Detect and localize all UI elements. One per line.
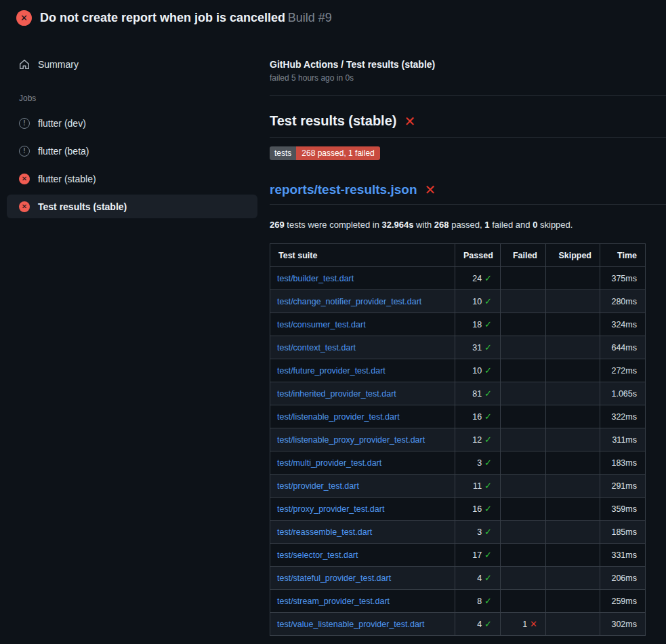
cell-failed: [501, 590, 546, 613]
tests-badge: tests 268 passed, 1 failed: [270, 146, 380, 160]
cell-test-suite: test/selector_test.dart: [270, 544, 455, 567]
test-suite-link[interactable]: test/consumer_test.dart: [277, 320, 366, 329]
cell-skipped: [546, 521, 600, 544]
test-suite-link[interactable]: test/context_test.dart: [277, 343, 356, 353]
summary-part: with: [414, 220, 434, 230]
cell-time: 185ms: [600, 521, 646, 544]
test-suite-link[interactable]: test/listenable_provider_test.dart: [277, 412, 400, 422]
cell-passed: 3✓: [455, 451, 501, 475]
cell-skipped: [546, 359, 600, 382]
test-suite-link[interactable]: test/multi_provider_test.dart: [277, 458, 381, 468]
cell-skipped: [546, 405, 600, 428]
check-icon: ✓: [484, 388, 492, 399]
check-icon: ✓: [484, 319, 492, 329]
test-suite-link[interactable]: test/change_notifier_provider_test.dart: [277, 297, 421, 306]
tests-badge-label: tests: [270, 146, 296, 160]
cell-skipped: [546, 475, 600, 498]
failed-x-icon: ✕: [425, 183, 436, 197]
cell-failed: [501, 267, 546, 290]
test-suite-link[interactable]: test/builder_test.dart: [277, 274, 354, 283]
cell-test-suite: test/multi_provider_test.dart: [270, 451, 455, 475]
cross-icon: ✕: [530, 619, 537, 629]
cell-skipped: [546, 498, 600, 521]
sidebar-summary-label: Summary: [38, 59, 79, 70]
check-icon: ✓: [484, 458, 492, 468]
cell-failed: [501, 405, 546, 428]
cell-failed: [501, 382, 546, 405]
cell-test-suite: test/future_provider_test.dart: [270, 359, 455, 382]
breadcrumb: GitHub Actions / Test results (stable): [270, 59, 666, 70]
cell-time: 1.065s: [600, 382, 646, 405]
table-row: test/value_listenable_provider_test.dart…: [270, 613, 646, 636]
cell-time: 324ms: [600, 313, 646, 336]
cell-passed: 12✓: [455, 428, 501, 451]
cell-skipped: [546, 567, 600, 590]
run-title: Do not create report when job is cancell…: [40, 11, 285, 24]
check-icon: ✓: [484, 573, 492, 583]
warning-circle-icon: !: [19, 146, 30, 157]
test-suite-link[interactable]: test/provider_test.dart: [277, 481, 359, 491]
summary-part: tests were completed in: [285, 220, 382, 230]
table-row: test/consumer_test.dart18✓324ms: [270, 313, 646, 336]
check-icon: ✓: [484, 504, 492, 514]
sidebar-job-flutter-stable-[interactable]: ✕flutter (stable): [7, 167, 257, 190]
sidebar-jobs-list: !flutter (dev)!flutter (beta)✕flutter (s…: [0, 111, 264, 218]
cell-passed: 4✓: [455, 613, 501, 636]
report-file-link[interactable]: reports/test-results.json: [270, 182, 417, 197]
table-row: test/multi_provider_test.dart3✓183ms: [270, 451, 646, 475]
test-suite-link[interactable]: test/selector_test.dart: [277, 550, 358, 560]
summary-part: 269: [270, 220, 285, 230]
test-suite-link[interactable]: test/future_provider_test.dart: [277, 366, 386, 376]
test-suite-link[interactable]: test/stateful_provider_test.dart: [277, 573, 391, 583]
cell-time: 375ms: [600, 267, 646, 290]
test-suite-link[interactable]: test/stream_provider_test.dart: [277, 597, 390, 606]
sidebar-job-test-results-stable-[interactable]: ✕Test results (stable): [7, 195, 257, 218]
cell-skipped: [546, 336, 600, 359]
summary-part: skipped.: [537, 220, 573, 230]
check-icon: ✓: [484, 596, 492, 606]
test-suite-link[interactable]: test/inherited_provider_test.dart: [277, 389, 396, 399]
cell-time: 183ms: [600, 451, 646, 475]
cell-time: 259ms: [600, 590, 646, 613]
test-suite-link[interactable]: test/value_listenable_provider_test.dart: [277, 620, 425, 629]
cell-passed: 16✓: [455, 405, 501, 428]
summary-part: failed and: [490, 220, 533, 230]
cell-test-suite: test/provider_test.dart: [270, 475, 455, 498]
cell-skipped: [546, 590, 600, 613]
cell-failed: [501, 451, 546, 475]
cell-passed: 24✓: [455, 267, 501, 290]
cell-failed: [501, 498, 546, 521]
cell-failed: [501, 567, 546, 590]
cell-passed: 10✓: [455, 290, 501, 313]
check-icon: ✓: [484, 296, 492, 306]
sidebar-job-label: flutter (dev): [38, 118, 86, 129]
main-content: GitHub Actions / Test results (stable) f…: [264, 32, 666, 644]
cell-test-suite: test/reassemble_test.dart: [270, 521, 455, 544]
cell-failed: 1✕: [501, 613, 546, 636]
sidebar-job-flutter-beta-[interactable]: !flutter (beta): [7, 139, 257, 163]
section-title-row: Test results (stable) ✕: [270, 113, 666, 138]
summary-part: passed,: [449, 220, 485, 230]
cell-passed: 81✓: [455, 382, 501, 405]
sidebar-job-label: Test results (stable): [38, 201, 127, 212]
sidebar-job-flutter-dev-[interactable]: !flutter (dev): [7, 111, 257, 135]
test-suite-link[interactable]: test/reassemble_test.dart: [277, 527, 372, 537]
warning-circle-icon: !: [19, 118, 30, 129]
cell-test-suite: test/stateful_provider_test.dart: [270, 567, 455, 590]
test-suite-link[interactable]: test/listenable_proxy_provider_test.dart: [277, 435, 425, 445]
sidebar-jobs-heading: Jobs: [19, 94, 264, 103]
sidebar-item-summary[interactable]: Summary: [7, 52, 257, 76]
cell-time: 311ms: [600, 428, 646, 451]
cell-test-suite: test/consumer_test.dart: [270, 313, 455, 336]
sidebar-job-label: flutter (stable): [38, 174, 96, 184]
cell-test-suite: test/proxy_provider_test.dart: [270, 498, 455, 521]
cell-skipped: [546, 313, 600, 336]
cell-passed: 3✓: [455, 521, 501, 544]
col-header-skipped: Skipped: [546, 244, 600, 267]
cell-time: 322ms: [600, 405, 646, 428]
test-suite-link[interactable]: test/proxy_provider_test.dart: [277, 504, 384, 514]
cell-passed: 10✓: [455, 359, 501, 382]
col-header-failed: Failed: [501, 244, 546, 267]
failed-circle-icon: ✕: [19, 174, 30, 184]
summary-part: 268: [434, 220, 449, 230]
